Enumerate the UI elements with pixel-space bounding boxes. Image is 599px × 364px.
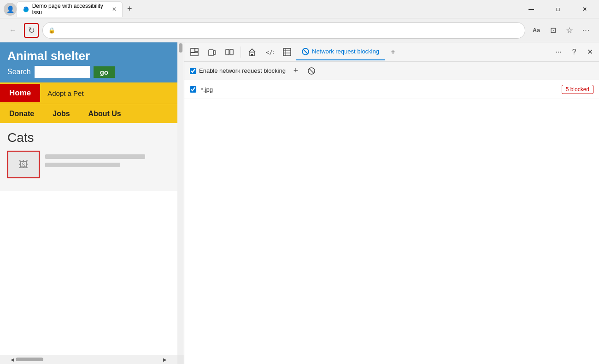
home-icon [248,48,256,56]
blocked-badge: 5 blocked [562,85,593,94]
svg-rect-2 [191,53,198,56]
browser-tab[interactable]: Demo page with accessibility issu ✕ [17,1,123,17]
cat-image-broken: 🖼 [7,151,40,178]
tab-title: Demo page with accessibility issu [32,3,107,16]
nav-adopt-button[interactable]: Adopt a Pet [40,85,91,102]
favorites-button[interactable]: ☆ [562,23,577,38]
svg-text:</>: </> [266,49,274,56]
more-options-button[interactable]: ··· [551,45,566,59]
enable-blocking-area: Enable network request blocking [190,67,286,74]
svg-point-5 [211,54,211,55]
title-bar-left: 👤 [4,3,17,16]
clear-rules-button[interactable] [306,65,317,76]
enable-blocking-checkbox[interactable] [190,68,196,74]
nav-home-button[interactable]: Home [0,84,40,102]
avatar-icon: 👤 [6,6,14,13]
tab-close-button[interactable]: ✕ [112,6,117,12]
restore-button[interactable]: □ [547,2,569,16]
horizontal-scrollbar-thumb[interactable] [16,358,43,361]
nrb-toolbar: Enable network request blocking + [184,62,599,80]
horizontal-scrollbar[interactable]: ◀ ▶ [0,355,177,364]
search-go-button[interactable]: go [94,66,115,78]
inspect-tool-button[interactable] [186,44,203,60]
device-icon [208,48,216,56]
inspect-icon [190,48,199,56]
window-controls: — □ ✕ [521,2,595,16]
tab-bar: Demo page with accessibility issu ✕ + [17,1,521,17]
search-input[interactable] [35,66,90,78]
site-body: Cats 🖼 [0,123,177,191]
split-view-button[interactable] [221,44,238,60]
network-request-blocking-tab[interactable]: Network request blocking [296,44,385,60]
svg-rect-3 [195,48,198,52]
reload-button[interactable]: ↻ [24,23,39,38]
minimize-button[interactable]: — [521,2,542,16]
close-button[interactable]: ✕ [574,2,595,16]
site-header: Animal shelter Search go [0,42,177,82]
svg-rect-6 [214,51,216,54]
svg-rect-8 [230,49,233,55]
site-title: Animal shelter [7,49,170,63]
site-nav-secondary: Donate Jobs About Us [0,104,177,123]
title-bar: 👤 Demo page with accessibility issu ✕ + [0,0,599,18]
svg-rect-12 [283,48,291,56]
browser-viewport: Animal shelter Search go Home Adopt a Pe… [0,42,184,364]
enable-blocking-label: Enable network request blocking [199,67,286,74]
main-area: Animal shelter Search go Home Adopt a Pe… [0,42,599,364]
sources-icon: </> [265,48,274,56]
nav-jobs-button[interactable]: Jobs [43,105,79,123]
cat-listing: 🖼 [7,151,170,178]
add-rule-button[interactable]: + [290,65,301,76]
navigation-bar: ← ↻ 🔒 Aa ⊡ ☆ ··· [0,18,599,42]
cat-description-lines [45,151,170,171]
svg-rect-10 [251,54,253,56]
devtools-home-button[interactable] [244,44,260,60]
cat-line-1 [45,154,145,159]
split-screen-button[interactable]: ⊡ [546,23,560,38]
broken-image-icon: 🖼 [19,159,28,170]
cats-section-title: Cats [7,130,170,145]
new-tab-button[interactable]: + [123,2,137,16]
more-button[interactable]: ··· [579,23,593,38]
blocking-icon [302,48,309,55]
site-nav-primary: Home Adopt a Pet [0,82,177,104]
devtools-toolbar: </> Network request blocking [184,42,599,62]
rule-pattern-text: *.jpg [201,86,557,93]
site-search-area: Search go [7,66,170,78]
svg-line-17 [303,49,308,54]
device-emulation-button[interactable] [204,44,220,60]
edge-logo-icon [23,6,29,13]
vertical-scrollbar[interactable] [177,42,184,355]
nav-actions: Aa ⊡ ☆ ··· [529,23,593,38]
address-bar[interactable]: 🔒 [42,22,525,39]
add-panel-button[interactable]: + [386,45,400,59]
clear-icon [308,67,315,75]
lock-icon: 🔒 [48,27,55,34]
split-icon [225,48,234,56]
svg-rect-7 [226,49,229,55]
sources-button[interactable]: </> [261,44,278,60]
nav-donate-button[interactable]: Donate [0,105,43,123]
close-devtools-button[interactable]: ✕ [582,45,597,59]
network-button[interactable] [279,44,295,60]
tab-label: Network request blocking [312,48,379,55]
toolbar-separator [241,47,241,58]
nav-about-button[interactable]: About Us [79,105,130,123]
scroll-right-arrow[interactable]: ▶ [162,355,168,364]
devtools-panel: </> Network request blocking [184,42,599,364]
network-icon [283,48,291,56]
read-aloud-button[interactable]: Aa [529,23,544,38]
svg-rect-1 [191,48,195,53]
help-button[interactable]: ? [567,45,581,59]
cat-line-2 [45,163,120,167]
page-content: Animal shelter Search go Home Adopt a Pe… [0,42,177,355]
svg-line-19 [309,68,314,73]
scroll-left-arrow[interactable]: ◀ [9,355,16,364]
vertical-scrollbar-thumb[interactable] [179,43,182,53]
search-label: Search [7,68,31,76]
back-button[interactable]: ← [6,23,20,38]
user-avatar[interactable]: 👤 [4,3,17,16]
rule-row: *.jpg 5 blocked [184,80,599,99]
rule-checkbox[interactable] [190,86,196,93]
